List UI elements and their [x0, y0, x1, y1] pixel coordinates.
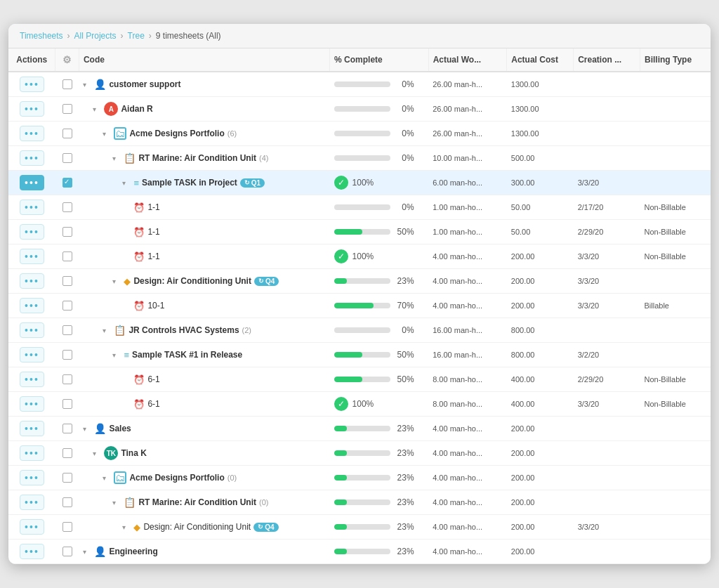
breadcrumb-tree[interactable]: Tree [128, 31, 145, 41]
actual-cost-cell: 50.00 [507, 220, 574, 244]
actions-cell: ••• [8, 294, 55, 318]
row-checkbox[interactable] [62, 399, 72, 409]
complete-check-circle: ✓ [334, 176, 348, 190]
chevron-icon[interactable]: ▾ [93, 105, 101, 113]
creation-cell: 2/29/20 [574, 220, 640, 244]
creation-cell [574, 441, 640, 466]
chevron-icon[interactable]: ▾ [83, 425, 91, 433]
dots-button[interactable]: ••• [20, 273, 44, 289]
actual-cost-value: 200.00 [511, 547, 535, 556]
dots-button[interactable]: ••• [20, 101, 44, 117]
chevron-icon[interactable]: ▾ [93, 450, 101, 457]
actual-cost-cell: 200.00 [507, 294, 574, 318]
row-checkbox[interactable] [62, 497, 72, 507]
code-cell: ▾≡Sample TASK #1 in Release [79, 343, 329, 367]
dots-button[interactable]: ••• [20, 347, 44, 362]
row-checkbox[interactable] [62, 522, 72, 532]
dots-button[interactable]: ••• [20, 396, 44, 412]
row-checkbox[interactable] [62, 202, 72, 212]
chevron-icon[interactable]: ▾ [103, 327, 111, 334]
actual-cost-cell: 200.00 [507, 490, 574, 515]
dots-button[interactable]: ••• [20, 175, 44, 190]
breadcrumb-allprojects[interactable]: All Projects [74, 31, 117, 41]
percent-cell: 0% [330, 72, 429, 97]
dots-button[interactable]: ••• [20, 445, 44, 461]
dots-button[interactable]: ••• [20, 322, 44, 338]
row-checkbox[interactable] [62, 301, 72, 311]
count-badge: (2) [242, 326, 251, 334]
breadcrumb-timesheets[interactable]: Timesheets [20, 31, 63, 41]
dots-button[interactable]: ••• [20, 519, 44, 535]
actual-work-cell: 4.00 man-ho... [428, 417, 507, 441]
billing-cell [640, 72, 711, 97]
timesheets-table: Actions ⚙ Code % Complete Actual Wo... A… [8, 48, 711, 564]
row-checkbox[interactable] [62, 374, 72, 384]
dots-button[interactable]: ••• [20, 200, 44, 215]
dots-button[interactable]: ••• [20, 372, 44, 387]
actual-cost-value: 400.00 [511, 400, 535, 408]
dots-button[interactable]: ••• [20, 249, 44, 264]
table-row: •••▾≡Sample TASK #1 in Release 50%16.00 … [8, 343, 711, 367]
row-checkbox[interactable] [62, 276, 72, 286]
chevron-icon[interactable]: ▾ [112, 155, 121, 162]
timesheet-icon: ⏰ [133, 227, 145, 237]
progress-fill [334, 278, 347, 284]
row-checkbox[interactable] [62, 227, 72, 237]
actual-cost-value: 200.00 [511, 523, 535, 531]
billing-cell [640, 146, 711, 171]
gear-icon[interactable]: ⚙ [62, 54, 72, 65]
actions-cell: ••• [8, 171, 55, 195]
code-cell: ▾◆Design: Air Conditioning Unit↻Q4 [79, 269, 329, 294]
actual-work-cell: 8.00 man-ho... [428, 367, 507, 392]
row-checkbox[interactable] [62, 473, 72, 483]
dots-button[interactable]: ••• [20, 495, 44, 510]
actual-cost-value: 1300.00 [511, 129, 539, 138]
chevron-icon[interactable]: ▾ [103, 474, 111, 482]
dots-button[interactable]: ••• [20, 544, 44, 559]
progress-fill [334, 549, 347, 554]
checkbox-cell [55, 294, 79, 318]
row-checkbox[interactable] [62, 79, 72, 89]
chevron-icon[interactable]: ▾ [112, 277, 121, 285]
chevron-icon[interactable]: ▾ [112, 351, 121, 359]
chevron-icon[interactable]: ▾ [122, 523, 131, 531]
actual-cost-value: 1300.00 [511, 105, 539, 113]
dots-button[interactable]: ••• [20, 224, 44, 240]
chevron-icon[interactable]: ▾ [122, 179, 131, 187]
sprint-badge: ↻Q4 [254, 277, 279, 286]
table-row: •••▾TKTina K 23%4.00 man-ho...200.00 [8, 441, 711, 466]
dots-button[interactable]: ••• [20, 77, 44, 92]
row-checkbox[interactable] [62, 350, 72, 360]
actual-cost-value: 500.00 [511, 154, 535, 162]
dots-button[interactable]: ••• [20, 470, 44, 485]
row-checkbox[interactable] [62, 547, 72, 556]
row-checkbox[interactable] [62, 424, 72, 433]
chevron-icon[interactable]: ▾ [103, 130, 111, 138]
dots-button[interactable]: ••• [20, 150, 44, 166]
row-checkbox[interactable] [62, 325, 72, 335]
col-header-code: Code [79, 48, 329, 72]
code-cell: ⏰6-1 [79, 392, 329, 417]
dots-button[interactable]: ••• [20, 298, 44, 313]
diamond-icon: ◆ [133, 522, 140, 533]
dots-button[interactable]: ••• [20, 421, 44, 436]
checkbox-cell [55, 171, 79, 195]
row-checkbox[interactable] [62, 104, 72, 114]
chevron-icon[interactable]: ▾ [83, 548, 91, 556]
creation-cell: 2/17/20 [574, 195, 640, 220]
dots-button[interactable]: ••• [20, 126, 44, 141]
row-checkbox[interactable] [62, 251, 72, 261]
billing-cell [640, 97, 711, 122]
row-checkbox[interactable] [62, 178, 72, 188]
row-checkbox[interactable] [62, 129, 72, 138]
col-header-gear[interactable]: ⚙ [55, 48, 79, 72]
progress-fill [334, 426, 347, 431]
project-icon: 🗂 [114, 471, 126, 484]
percent-value: 100% [352, 178, 374, 188]
checkbox-cell [55, 269, 79, 294]
row-checkbox[interactable] [62, 448, 72, 458]
actions-cell: ••• [8, 220, 55, 244]
chevron-icon[interactable]: ▾ [112, 499, 121, 507]
row-checkbox[interactable] [62, 153, 72, 163]
chevron-icon[interactable]: ▾ [83, 81, 91, 89]
